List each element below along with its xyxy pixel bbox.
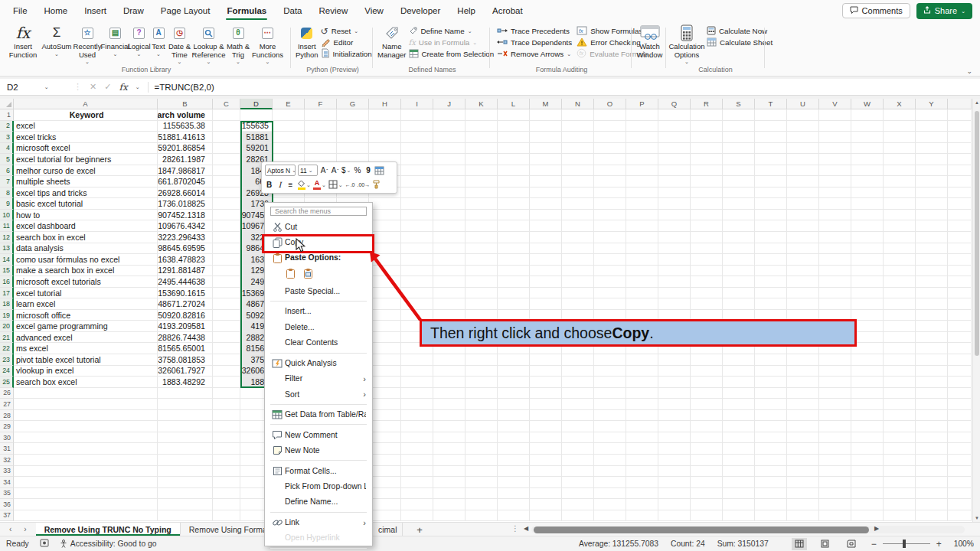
cell-C17[interactable] (213, 288, 240, 299)
cell-x15[interactable] (948, 266, 972, 277)
cell-X21[interactable] (884, 332, 916, 344)
cell-U9[interactable] (787, 198, 819, 210)
cell-Y37[interactable] (916, 510, 948, 522)
cell-K1[interactable] (466, 109, 498, 121)
cell-N27[interactable] (562, 399, 594, 410)
cell-O24[interactable] (594, 366, 626, 377)
row-header-18[interactable]: 18 (0, 298, 14, 310)
cell-L3[interactable] (498, 132, 530, 143)
cell-W31[interactable] (851, 443, 884, 455)
cell-K33[interactable] (466, 466, 498, 478)
initialization-button[interactable]: Initialization (318, 48, 374, 60)
cell-W10[interactable] (851, 210, 884, 221)
cell-x27[interactable] (948, 399, 972, 410)
ribbon-tab-data[interactable]: Data (275, 0, 310, 21)
cell-Y26[interactable] (916, 388, 948, 399)
cell-R7[interactable] (691, 176, 723, 187)
row-header-29[interactable]: 29 (0, 421, 14, 432)
cell-G3[interactable] (337, 132, 369, 143)
cell-V29[interactable] (819, 421, 851, 432)
cell-T33[interactable] (755, 466, 787, 478)
cell-K30[interactable] (466, 432, 498, 444)
cell-A13[interactable]: data analysis (14, 243, 158, 255)
cell-V12[interactable] (819, 232, 851, 243)
menu-item-clear-contents[interactable]: Clear Contents (265, 335, 372, 350)
cell-N30[interactable] (562, 432, 594, 444)
cell-C33[interactable] (213, 466, 240, 478)
row-header-2[interactable]: 2 (0, 121, 14, 132)
row-header-3[interactable]: 3 (0, 132, 14, 143)
cell-R26[interactable] (691, 388, 723, 399)
cell-L6[interactable] (498, 165, 530, 177)
cell-A11[interactable]: excel dashboard (14, 220, 158, 232)
cell-P11[interactable] (626, 220, 658, 232)
cell-C21[interactable] (213, 332, 240, 344)
cell-Q27[interactable] (658, 399, 691, 410)
cell-J12[interactable] (433, 232, 466, 243)
cell-X29[interactable] (884, 421, 916, 432)
cell-U29[interactable] (787, 421, 819, 432)
cell-W8[interactable] (851, 187, 884, 199)
cell-H36[interactable] (369, 499, 401, 510)
cell-T13[interactable] (755, 243, 787, 255)
cell-T16[interactable] (755, 276, 787, 288)
cell-J15[interactable] (433, 266, 466, 277)
cell-O8[interactable] (594, 187, 626, 199)
cell-U16[interactable] (787, 276, 819, 288)
cell-H28[interactable] (369, 410, 401, 422)
cell-A22[interactable]: ms excel (14, 343, 158, 354)
cell-Y12[interactable] (916, 232, 948, 243)
cell-J24[interactable] (433, 366, 466, 377)
zoom-level-label[interactable]: 100% (954, 540, 974, 548)
cell-R4[interactable] (691, 143, 723, 155)
cell-Y11[interactable] (916, 220, 948, 232)
cell-L31[interactable] (498, 443, 530, 455)
cell-P13[interactable] (626, 243, 658, 255)
cell-M12[interactable] (530, 232, 562, 243)
cell-W32[interactable] (851, 455, 884, 466)
cell-P3[interactable] (626, 132, 658, 143)
cell-P35[interactable] (626, 488, 658, 500)
column-header-J[interactable]: J (433, 99, 466, 109)
sheet-tab-active[interactable]: Remove Using TRUNC No Typing (36, 523, 181, 536)
cell-R5[interactable] (691, 154, 723, 165)
cell-X12[interactable] (884, 232, 916, 243)
cell-K25[interactable] (466, 377, 498, 388)
cell-J5[interactable] (433, 154, 466, 165)
cell-L27[interactable] (498, 399, 530, 410)
cell-S1[interactable] (723, 109, 755, 121)
cell-H11[interactable] (369, 220, 401, 232)
cell-R27[interactable] (691, 399, 723, 410)
column-header-W[interactable]: W (851, 99, 884, 109)
cell-N36[interactable] (562, 499, 594, 510)
cell-A28[interactable] (14, 410, 158, 422)
new-sheet-button[interactable]: + (412, 523, 427, 536)
cell-K2[interactable] (466, 121, 498, 132)
row-header-8[interactable]: 8 (0, 187, 14, 199)
cell-P24[interactable] (626, 366, 658, 377)
cell-C23[interactable] (213, 354, 240, 366)
cell-U3[interactable] (787, 132, 819, 143)
cell-I37[interactable] (401, 510, 433, 522)
cell-N26[interactable] (562, 388, 594, 399)
cell-B17[interactable]: 153690.1615 (158, 288, 213, 299)
cell-M32[interactable] (530, 455, 562, 466)
cell-B25[interactable]: 1883.48292 (158, 377, 213, 388)
cell-N23[interactable] (562, 354, 594, 366)
cell-W7[interactable] (851, 176, 884, 187)
cell-W23[interactable] (851, 354, 884, 366)
cell-C15[interactable] (213, 266, 240, 277)
cell-N33[interactable] (562, 466, 594, 478)
cell-L14[interactable] (498, 254, 530, 266)
cell-S18[interactable] (723, 298, 755, 310)
cell-N6[interactable] (562, 165, 594, 177)
ribbon-tab-formulas[interactable]: Formulas (218, 0, 275, 21)
cell-K27[interactable] (466, 399, 498, 410)
cell-V24[interactable] (819, 366, 851, 377)
cell-B33[interactable] (158, 466, 213, 478)
cell-W30[interactable] (851, 432, 884, 444)
cell-N11[interactable] (562, 220, 594, 232)
cell-U4[interactable] (787, 143, 819, 155)
cell-D3[interactable]: 51881 (240, 132, 273, 143)
cell-K31[interactable] (466, 443, 498, 455)
